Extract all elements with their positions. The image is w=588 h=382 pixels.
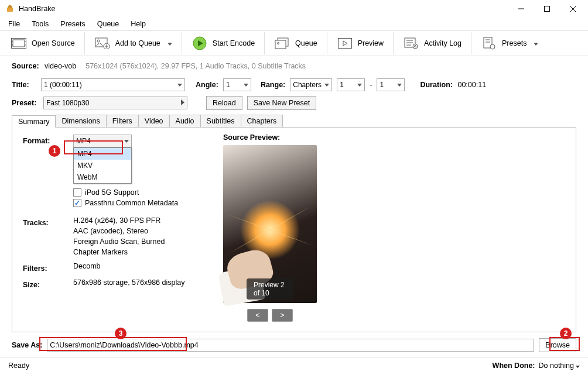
menu-file[interactable]: File [4,19,25,29]
track-line: H.264 (x264), 30 FPS PFR [73,216,165,225]
app-icon [5,4,15,14]
preview-label: Preview [358,39,384,47]
summary-panel: 1 Format: MP4 MP4 MKV WebM iPod 5G Suppo… [12,128,576,332]
chevron-down-icon [397,84,402,87]
add-image-icon [94,37,111,50]
source-preview-image: Preview 2 of 10 [223,145,317,303]
source-name: video-vob [45,62,76,70]
chevron-down-icon [244,84,248,87]
chevron-down-icon [534,39,538,47]
filters-value: Decomb [73,262,101,270]
ipod-label: iPod 5G Support [85,188,139,197]
checkbox-box [73,188,81,197]
queue-label: Queue [295,39,317,47]
chevron-down-icon [324,84,329,87]
checkbox-box: ✓ [73,199,81,207]
passthru-metadata-checkbox[interactable]: ✓ Passthru Common Metadata [73,199,565,207]
svg-rect-6 [13,40,25,47]
track-line: AAC (avcodec), Stereo [73,227,165,235]
svg-point-25 [413,44,418,49]
preview-button[interactable]: Preview [330,35,391,52]
tab-video[interactable]: Video [138,115,170,127]
source-label: Source: [12,62,40,70]
activity-log-button[interactable]: Activity Log [396,35,469,52]
range-from-select[interactable]: 1 [337,78,365,91]
chevron-down-icon [177,84,182,87]
size-value: 576x986 storage, 576x986 display [73,278,184,287]
start-encode-label: Start Encode [213,39,255,47]
track-line: Foreign Audio Scan, Burned [73,238,165,246]
title-label: Title: [12,81,36,89]
preset-select[interactable]: Fast 1080p30 [43,97,187,109]
passthru-label: Passthru Common Metadata [85,199,178,207]
angle-label: Angle: [196,81,218,89]
play-icon [192,37,208,50]
add-to-queue-label: Add to Queue [115,39,160,47]
svg-rect-0 [7,8,13,12]
minimize-button[interactable] [508,0,534,18]
start-encode-button[interactable]: Start Encode [184,35,262,52]
chevron-right-icon [181,99,184,107]
duration-value: 00:00:11 [457,81,486,89]
tab-dimensions[interactable]: Dimensions [55,115,106,127]
add-to-queue-button[interactable]: Add to Queue [87,35,179,52]
menu-queue[interactable]: Queue [93,19,124,29]
range-mode-select[interactable]: Chapters [290,78,332,91]
preview-next-button[interactable]: > [272,309,293,322]
angle-select[interactable]: 1 [223,78,251,91]
tab-summary[interactable]: Summary [12,115,56,128]
svg-point-12 [97,40,100,42]
menu-help[interactable]: Help [126,19,151,29]
when-done-dropdown[interactable]: Do nothing [539,362,580,370]
ipod-support-checkbox[interactable]: iPod 5G Support [73,188,565,197]
format-option-webm[interactable]: WebM [74,171,131,183]
open-source-button[interactable]: Open Source [4,35,82,52]
size-label: Size: [23,278,59,289]
preview-prev-button[interactable]: < [247,309,268,322]
tab-subtitles[interactable]: Subtitles [200,115,241,127]
svg-point-30 [490,44,495,49]
callout-1: 1 [49,145,60,157]
callout-2: 2 [560,328,572,339]
range-to-select[interactable]: 1 [377,78,405,91]
presets-button[interactable]: Presets [474,35,545,52]
presets-label: Presets [502,39,527,47]
window-title: HandBrake [19,5,508,13]
save-as-label: Save As: [12,341,42,349]
maximize-button[interactable] [534,0,560,18]
checkmark-icon: ✓ [74,199,80,207]
format-option-mp4[interactable]: MP4 [74,148,131,160]
film-icon [11,37,27,50]
format-dropdown-list: MP4 MKV WebM [73,147,132,184]
queue-button[interactable]: Queue [267,35,324,52]
chevron-down-icon [576,362,580,370]
format-select[interactable]: MP4 [73,135,132,147]
chevron-down-icon [167,39,172,47]
tracks-label: Tracks: [23,216,59,227]
menu-tools[interactable]: Tools [27,19,53,29]
save-as-input[interactable] [47,339,534,352]
menu-presets[interactable]: Presets [56,19,90,29]
log-icon [403,37,419,50]
format-label: Format: [23,135,59,145]
reload-button[interactable]: Reload [206,96,242,110]
close-button[interactable] [560,0,586,18]
save-new-preset-button[interactable]: Save New Preset [247,96,317,110]
format-option-mkv[interactable]: MKV [74,160,131,171]
tab-chapters[interactable]: Chapters [241,115,283,127]
svg-rect-2 [545,6,550,12]
callout-3: 3 [115,328,127,339]
title-select[interactable]: 1 (00:00:11) [41,78,185,91]
menu-bar: File Tools Presets Queue Help [0,18,588,30]
tab-bar: Summary Dimensions Filters Video Audio S… [12,115,576,128]
track-line: Chapter Markers [73,248,165,256]
tab-filters[interactable]: Filters [106,115,139,127]
status-bar: Ready When Done: Do nothing [0,357,588,373]
preset-label: Preset: [12,99,39,107]
preview-badge: Preview 2 of 10 [247,278,293,300]
duration-label: Duration: [420,81,453,89]
browse-button[interactable]: Browse [539,338,576,352]
tab-audio[interactable]: Audio [169,115,201,127]
range-label: Range: [261,81,285,89]
chevron-down-icon [357,84,362,87]
